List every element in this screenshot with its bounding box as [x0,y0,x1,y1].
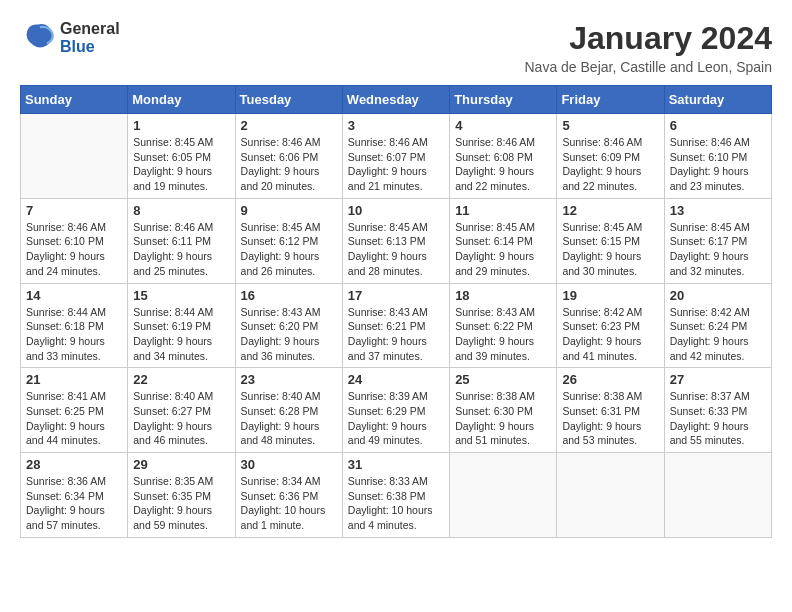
col-header-monday: Monday [128,86,235,114]
calendar-cell: 17Sunrise: 8:43 AM Sunset: 6:21 PM Dayli… [342,283,449,368]
calendar-cell: 10Sunrise: 8:45 AM Sunset: 6:13 PM Dayli… [342,198,449,283]
day-number: 28 [26,457,122,472]
calendar-cell: 31Sunrise: 8:33 AM Sunset: 6:38 PM Dayli… [342,453,449,538]
calendar-cell: 19Sunrise: 8:42 AM Sunset: 6:23 PM Dayli… [557,283,664,368]
location: Nava de Bejar, Castille and Leon, Spain [525,59,773,75]
day-number: 16 [241,288,337,303]
day-number: 10 [348,203,444,218]
calendar-cell: 15Sunrise: 8:44 AM Sunset: 6:19 PM Dayli… [128,283,235,368]
calendar-cell [21,114,128,199]
calendar-cell [557,453,664,538]
calendar-cell: 2Sunrise: 8:46 AM Sunset: 6:06 PM Daylig… [235,114,342,199]
day-info: Sunrise: 8:41 AM Sunset: 6:25 PM Dayligh… [26,389,122,448]
day-number: 12 [562,203,658,218]
col-header-thursday: Thursday [450,86,557,114]
day-info: Sunrise: 8:45 AM Sunset: 6:15 PM Dayligh… [562,220,658,279]
day-number: 29 [133,457,229,472]
day-number: 30 [241,457,337,472]
day-number: 17 [348,288,444,303]
day-number: 2 [241,118,337,133]
calendar-cell: 12Sunrise: 8:45 AM Sunset: 6:15 PM Dayli… [557,198,664,283]
day-number: 7 [26,203,122,218]
day-info: Sunrise: 8:46 AM Sunset: 6:08 PM Dayligh… [455,135,551,194]
day-number: 31 [348,457,444,472]
calendar-cell: 13Sunrise: 8:45 AM Sunset: 6:17 PM Dayli… [664,198,771,283]
day-info: Sunrise: 8:40 AM Sunset: 6:28 PM Dayligh… [241,389,337,448]
day-number: 26 [562,372,658,387]
col-header-wednesday: Wednesday [342,86,449,114]
calendar-cell: 27Sunrise: 8:37 AM Sunset: 6:33 PM Dayli… [664,368,771,453]
day-info: Sunrise: 8:34 AM Sunset: 6:36 PM Dayligh… [241,474,337,533]
day-number: 5 [562,118,658,133]
day-number: 4 [455,118,551,133]
day-info: Sunrise: 8:43 AM Sunset: 6:22 PM Dayligh… [455,305,551,364]
day-number: 27 [670,372,766,387]
day-number: 13 [670,203,766,218]
day-number: 18 [455,288,551,303]
calendar-cell: 6Sunrise: 8:46 AM Sunset: 6:10 PM Daylig… [664,114,771,199]
week-row-4: 28Sunrise: 8:36 AM Sunset: 6:34 PM Dayli… [21,453,772,538]
day-number: 22 [133,372,229,387]
month-year: January 2024 [525,20,773,57]
logo: General Blue [20,20,120,56]
day-info: Sunrise: 8:42 AM Sunset: 6:24 PM Dayligh… [670,305,766,364]
day-info: Sunrise: 8:33 AM Sunset: 6:38 PM Dayligh… [348,474,444,533]
day-info: Sunrise: 8:43 AM Sunset: 6:21 PM Dayligh… [348,305,444,364]
day-number: 21 [26,372,122,387]
calendar-cell: 18Sunrise: 8:43 AM Sunset: 6:22 PM Dayli… [450,283,557,368]
day-info: Sunrise: 8:43 AM Sunset: 6:20 PM Dayligh… [241,305,337,364]
day-number: 25 [455,372,551,387]
day-info: Sunrise: 8:40 AM Sunset: 6:27 PM Dayligh… [133,389,229,448]
col-header-friday: Friday [557,86,664,114]
day-number: 6 [670,118,766,133]
calendar-cell: 14Sunrise: 8:44 AM Sunset: 6:18 PM Dayli… [21,283,128,368]
day-info: Sunrise: 8:36 AM Sunset: 6:34 PM Dayligh… [26,474,122,533]
day-number: 24 [348,372,444,387]
day-info: Sunrise: 8:39 AM Sunset: 6:29 PM Dayligh… [348,389,444,448]
col-header-tuesday: Tuesday [235,86,342,114]
day-info: Sunrise: 8:45 AM Sunset: 6:14 PM Dayligh… [455,220,551,279]
calendar-cell [664,453,771,538]
week-row-3: 21Sunrise: 8:41 AM Sunset: 6:25 PM Dayli… [21,368,772,453]
day-info: Sunrise: 8:46 AM Sunset: 6:06 PM Dayligh… [241,135,337,194]
calendar-cell: 4Sunrise: 8:46 AM Sunset: 6:08 PM Daylig… [450,114,557,199]
day-number: 20 [670,288,766,303]
logo-icon [20,20,56,56]
col-header-sunday: Sunday [21,86,128,114]
calendar-cell: 16Sunrise: 8:43 AM Sunset: 6:20 PM Dayli… [235,283,342,368]
week-row-0: 1Sunrise: 8:45 AM Sunset: 6:05 PM Daylig… [21,114,772,199]
day-info: Sunrise: 8:46 AM Sunset: 6:10 PM Dayligh… [26,220,122,279]
calendar-cell: 1Sunrise: 8:45 AM Sunset: 6:05 PM Daylig… [128,114,235,199]
day-number: 14 [26,288,122,303]
calendar-cell: 20Sunrise: 8:42 AM Sunset: 6:24 PM Dayli… [664,283,771,368]
week-row-2: 14Sunrise: 8:44 AM Sunset: 6:18 PM Dayli… [21,283,772,368]
day-info: Sunrise: 8:42 AM Sunset: 6:23 PM Dayligh… [562,305,658,364]
day-info: Sunrise: 8:44 AM Sunset: 6:18 PM Dayligh… [26,305,122,364]
calendar-cell: 23Sunrise: 8:40 AM Sunset: 6:28 PM Dayli… [235,368,342,453]
day-number: 23 [241,372,337,387]
calendar-cell: 25Sunrise: 8:38 AM Sunset: 6:30 PM Dayli… [450,368,557,453]
day-info: Sunrise: 8:46 AM Sunset: 6:07 PM Dayligh… [348,135,444,194]
day-number: 19 [562,288,658,303]
week-row-1: 7Sunrise: 8:46 AM Sunset: 6:10 PM Daylig… [21,198,772,283]
calendar-cell: 26Sunrise: 8:38 AM Sunset: 6:31 PM Dayli… [557,368,664,453]
day-number: 9 [241,203,337,218]
calendar-cell: 11Sunrise: 8:45 AM Sunset: 6:14 PM Dayli… [450,198,557,283]
day-number: 15 [133,288,229,303]
calendar-cell: 21Sunrise: 8:41 AM Sunset: 6:25 PM Dayli… [21,368,128,453]
day-info: Sunrise: 8:45 AM Sunset: 6:13 PM Dayligh… [348,220,444,279]
day-info: Sunrise: 8:46 AM Sunset: 6:10 PM Dayligh… [670,135,766,194]
day-info: Sunrise: 8:46 AM Sunset: 6:09 PM Dayligh… [562,135,658,194]
day-info: Sunrise: 8:45 AM Sunset: 6:05 PM Dayligh… [133,135,229,194]
calendar-cell: 3Sunrise: 8:46 AM Sunset: 6:07 PM Daylig… [342,114,449,199]
header: General Blue January 2024 Nava de Bejar,… [20,20,772,75]
day-info: Sunrise: 8:44 AM Sunset: 6:19 PM Dayligh… [133,305,229,364]
day-number: 1 [133,118,229,133]
calendar-cell: 9Sunrise: 8:45 AM Sunset: 6:12 PM Daylig… [235,198,342,283]
logo-text: General Blue [60,20,120,56]
calendar-cell [450,453,557,538]
day-info: Sunrise: 8:37 AM Sunset: 6:33 PM Dayligh… [670,389,766,448]
day-number: 11 [455,203,551,218]
calendar-cell: 24Sunrise: 8:39 AM Sunset: 6:29 PM Dayli… [342,368,449,453]
col-header-saturday: Saturday [664,86,771,114]
